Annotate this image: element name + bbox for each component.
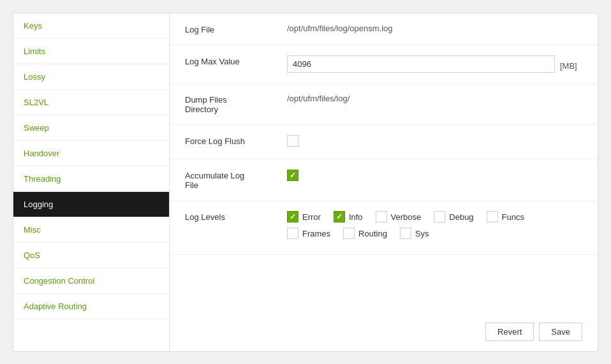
sidebar-item-sl2vl[interactable]: SL2VL	[13, 90, 169, 115]
level-item-info: Info	[334, 211, 363, 222]
level-item-sys: Sys	[400, 228, 429, 239]
save-button[interactable]: Save	[539, 323, 582, 341]
log-levels-label: Log Levels	[185, 211, 287, 222]
log-levels-container: ErrorInfoVerboseDebugFuncsFramesRoutingS…	[287, 211, 582, 244]
log-max-value-input[interactable]	[287, 55, 555, 73]
force-log-flush-row: Force Log Flush	[170, 125, 598, 159]
main-inner: Log File /opt/ufm/files/log/opensm.log L…	[170, 13, 598, 351]
sidebar-item-lossy[interactable]: Lossy	[13, 64, 169, 90]
log-file-row: Log File /opt/ufm/files/log/opensm.log	[170, 13, 598, 45]
main-content: Log File /opt/ufm/files/log/opensm.log L…	[170, 13, 598, 351]
level-label-error: Error	[302, 212, 321, 222]
level-label-debug: Debug	[449, 212, 473, 222]
level-checkbox-debug[interactable]	[434, 211, 445, 222]
accumulate-log-row: Accumulate LogFile	[170, 159, 598, 201]
accumulate-log-value	[287, 170, 582, 181]
level-label-routing: Routing	[358, 229, 387, 238]
level-checkbox-sys[interactable]	[400, 228, 411, 239]
level-item-frames: Frames	[287, 228, 330, 239]
accumulate-log-label: Accumulate LogFile	[185, 170, 287, 190]
log-max-value-field: [MB]	[287, 55, 582, 73]
sidebar-item-sweep[interactable]: Sweep	[13, 115, 169, 141]
log-file-label: Log File	[185, 24, 287, 34]
log-max-value-row: Log Max Value [MB]	[170, 45, 598, 84]
log-max-unit: [MB]	[560, 57, 577, 71]
log-file-value: /opt/ufm/files/log/opensm.log	[287, 24, 582, 33]
log-levels-value: ErrorInfoVerboseDebugFuncsFramesRoutingS…	[287, 211, 582, 244]
level-checkbox-frames[interactable]	[287, 228, 298, 239]
force-log-flush-checkbox[interactable]	[287, 135, 298, 147]
revert-button[interactable]: Revert	[485, 323, 534, 341]
level-label-sys: Sys	[415, 229, 429, 238]
sidebar-item-limits[interactable]: Limits	[13, 39, 169, 64]
level-checkbox-routing[interactable]	[343, 228, 355, 239]
level-item-verbose: Verbose	[376, 211, 422, 222]
main-container: KeysLimitsLossySL2VLSweepHandoverThreadi…	[13, 13, 598, 352]
outer-container: KeysLimitsLossySL2VLSweepHandoverThreadi…	[0, 0, 611, 364]
sidebar-item-threading[interactable]: Threading	[13, 166, 169, 192]
sidebar-item-keys[interactable]: Keys	[13, 13, 169, 39]
sidebar: KeysLimitsLossySL2VLSweepHandoverThreadi…	[13, 13, 170, 351]
force-log-flush-value	[287, 135, 582, 149]
level-label-info: Info	[349, 212, 363, 222]
dump-files-label: Dump FilesDirectory	[185, 94, 287, 114]
level-checkbox-info[interactable]	[334, 211, 345, 222]
level-item-funcs: Funcs	[487, 211, 524, 222]
level-checkbox-verbose[interactable]	[376, 211, 387, 222]
sidebar-item-misc[interactable]: Misc	[13, 217, 169, 243]
sidebar-item-adaptive-routing[interactable]: Adaptive Routing	[13, 294, 169, 319]
log-max-value-label: Log Max Value	[185, 55, 287, 66]
level-checkbox-funcs[interactable]	[487, 211, 498, 222]
dump-files-row: Dump FilesDirectory /opt/ufm/files/log/	[170, 84, 598, 125]
level-item-error: Error	[287, 211, 321, 222]
level-item-debug: Debug	[434, 211, 473, 222]
dump-files-value: /opt/ufm/files/log/	[287, 94, 582, 103]
sidebar-item-handover[interactable]: Handover	[13, 141, 169, 166]
level-item-routing: Routing	[343, 228, 387, 239]
level-label-funcs: Funcs	[502, 212, 524, 222]
footer-buttons: Revert Save	[170, 312, 598, 351]
accumulate-log-checkbox[interactable]	[287, 170, 298, 181]
log-levels-row: Log Levels ErrorInfoVerboseDebugFuncsFra…	[170, 201, 598, 255]
level-label-frames: Frames	[302, 229, 330, 238]
sidebar-item-logging[interactable]: Logging	[13, 192, 169, 217]
log-max-value-input-row: [MB]	[287, 55, 582, 73]
sidebar-item-qos[interactable]: QoS	[13, 243, 169, 268]
force-log-flush-label: Force Log Flush	[185, 135, 287, 146]
sidebar-item-congestion-control[interactable]: Congestion Control	[13, 268, 169, 294]
level-label-verbose: Verbose	[391, 212, 422, 222]
level-checkbox-error[interactable]	[287, 211, 298, 222]
